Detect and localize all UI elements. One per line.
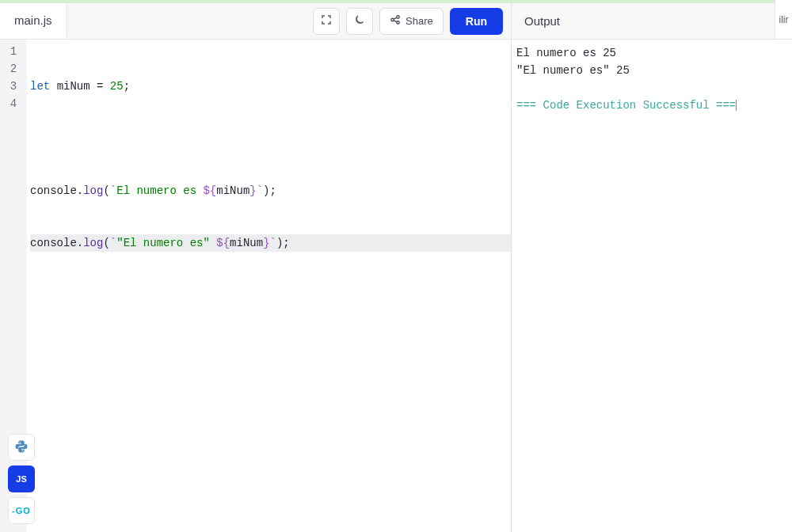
right-edge-fragment: ilir xyxy=(775,0,792,40)
line-number: 4 xyxy=(0,95,27,112)
go-label: -GO xyxy=(12,506,31,515)
share-button[interactable]: Share xyxy=(379,8,444,35)
output-header: Output xyxy=(512,3,792,40)
output-success-line: === Code Execution Successful === xyxy=(516,97,787,114)
lang-python-button[interactable] xyxy=(8,434,35,461)
code-line xyxy=(30,130,511,147)
output-success-text: === Code Execution Successful === xyxy=(516,99,736,112)
moon-icon xyxy=(353,13,366,28)
code-line: let miNum = 25; xyxy=(30,78,511,95)
python-icon xyxy=(14,439,29,455)
editor-header: main.js xyxy=(0,3,511,40)
output-content: El numero es 25 "El numero es" 25 === Co… xyxy=(512,40,792,119)
code-area[interactable]: 1 2 3 4 let miNum = 25; console.log(`El … xyxy=(0,40,511,532)
code-line-active: console.log(`"El numero es" ${miNum}`); xyxy=(30,234,511,252)
file-tab-label: main.js xyxy=(14,13,52,27)
fullscreen-button[interactable] xyxy=(313,8,340,35)
code-line: console.log(`El numero es ${miNum}`); xyxy=(30,182,511,200)
fullscreen-icon xyxy=(320,13,333,28)
main-container: main.js xyxy=(0,3,792,532)
lang-js-button-active[interactable]: JS xyxy=(8,466,35,492)
line-number: 2 xyxy=(0,60,27,78)
run-label: Run xyxy=(466,15,487,28)
svg-point-1 xyxy=(397,16,400,19)
output-panel: Output El numero es 25 "El numero es" 25… xyxy=(512,3,792,532)
theme-button[interactable] xyxy=(346,8,373,35)
code-content[interactable]: let miNum = 25; console.log(`El numero e… xyxy=(27,40,511,532)
run-button[interactable]: Run xyxy=(450,8,503,35)
output-line: "El numero es" 25 xyxy=(516,62,787,79)
language-sidebar: JS -GO xyxy=(8,434,35,524)
svg-point-2 xyxy=(397,21,400,25)
lang-go-button[interactable]: -GO xyxy=(8,497,35,524)
output-title: Output xyxy=(524,14,560,28)
output-line: El numero es 25 xyxy=(516,44,787,62)
line-number: 1 xyxy=(0,43,27,60)
js-label: JS xyxy=(16,474,26,484)
output-cursor xyxy=(736,100,737,111)
line-number: 3 xyxy=(0,78,27,95)
svg-point-0 xyxy=(391,18,394,21)
editor-panel: main.js xyxy=(0,3,512,532)
output-line xyxy=(516,79,787,97)
file-tab[interactable]: main.js xyxy=(0,3,67,39)
share-icon xyxy=(390,14,401,28)
share-label: Share xyxy=(406,15,433,27)
